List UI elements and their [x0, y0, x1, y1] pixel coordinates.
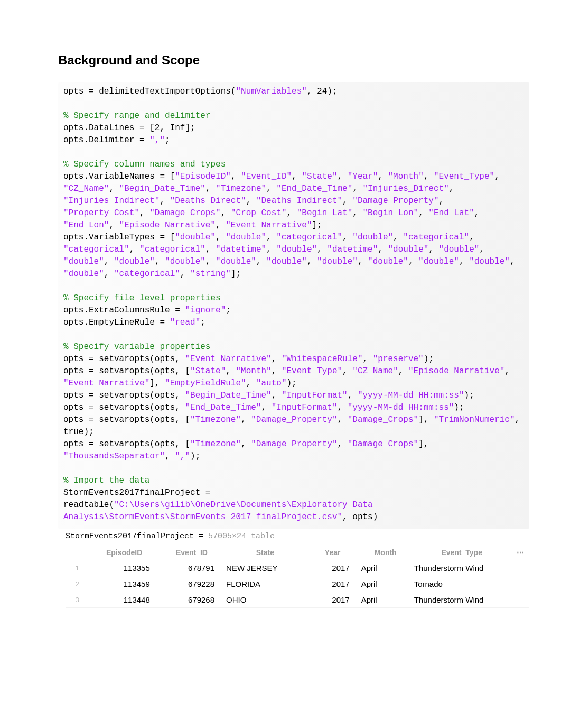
code-text: opts = setvaropts(opts,: [63, 391, 185, 400]
code-string: "Begin_Date_Time": [185, 391, 271, 400]
code-string: "Timezone": [216, 184, 266, 193]
cell-episodeid: 113355: [89, 560, 159, 576]
output-dimensions: 57005×24 table: [208, 532, 275, 541]
code-text: opts.DataLines = [2, Inf];: [63, 123, 195, 133]
code-string: "ThousandsSeparator": [63, 451, 165, 461]
code-text: ];: [312, 220, 322, 230]
code-comment: % Import the data: [63, 476, 149, 485]
output-block: StormEvents2017finalProject = 57005×24 t…: [58, 529, 529, 608]
code-text: opts = delimitedTextImportOptions(: [63, 87, 236, 96]
code-string: "EmptyFieldRule": [165, 379, 246, 388]
row-number: 3: [66, 592, 89, 608]
code-comment: % Specify file level properties: [63, 293, 221, 303]
code-string: ",": [149, 135, 165, 145]
cell-episodeid: 113448: [89, 592, 159, 608]
table-header-row: EpisodeID Event_ID State Year Month Even…: [66, 545, 529, 560]
code-string: "TrimNonNumeric": [434, 415, 515, 425]
code-string: "Damage_Property": [251, 415, 337, 425]
col-header: State: [224, 545, 306, 560]
cell-month: April: [359, 560, 412, 576]
code-string: "double": [352, 233, 393, 242]
cell-month: April: [359, 592, 412, 608]
code-string: "double": [368, 257, 408, 266]
code-text: opts.ExtraColumnsRule =: [63, 306, 185, 315]
code-string: "InputFormat": [272, 403, 338, 412]
code-text: opts = setvaropts(opts, [: [63, 439, 190, 449]
code-string: "WhitespaceRule": [282, 354, 363, 364]
code-string: "double": [418, 257, 459, 266]
code-string: "NumVariables": [236, 87, 306, 96]
output-table: EpisodeID Event_ID State Year Month Even…: [66, 545, 529, 608]
code-text: readtable(: [63, 500, 114, 510]
cell-month: April: [359, 576, 412, 592]
code-text: opts.EmptyLineRule =: [63, 318, 170, 327]
code-string: "Year": [348, 172, 378, 181]
col-header: EpisodeID: [89, 545, 159, 560]
code-string: "double": [63, 269, 104, 279]
cell-state: OHIO: [224, 592, 306, 608]
code-string: "Event_Type": [434, 172, 494, 181]
code-string: "State": [302, 172, 337, 181]
code-text: StormEvents2017finalProject =: [63, 488, 210, 497]
row-number: 1: [66, 560, 89, 576]
code-string: "Month": [388, 172, 424, 181]
code-string: "Injuries_Direct": [363, 184, 449, 193]
output-variable: StormEvents2017finalProject =: [66, 532, 208, 541]
cell-state: NEW JERSEY: [224, 560, 306, 576]
code-string: "End_Lon": [63, 220, 109, 230]
code-comment: % Specify variable properties: [63, 342, 210, 352]
code-string: "ignore": [185, 306, 226, 315]
code-string: "double": [276, 245, 317, 254]
code-string: "Damage_Property": [251, 439, 337, 449]
cell-state: FLORIDA: [224, 576, 306, 592]
code-string: "Event_Narrative": [185, 354, 271, 364]
code-comment: % Specify column names and types: [63, 160, 226, 169]
cell-eventtype: Tornado: [412, 576, 512, 592]
cell-episodeid: 113459: [89, 576, 159, 592]
col-header: Event_Type: [412, 545, 512, 560]
cell-eventid: 678791: [160, 560, 224, 576]
code-string: "End_Date_Time": [185, 403, 261, 412]
code-string: "string": [190, 269, 231, 279]
code-text: , 24);: [307, 87, 338, 96]
col-header: Year: [306, 545, 359, 560]
code-string: "preserve": [373, 354, 424, 364]
code-string: "EpisodeID": [175, 172, 231, 181]
code-string: "double": [469, 257, 510, 266]
code-string: "Injuries_Indirect": [63, 196, 160, 206]
code-string: "Event_Type": [282, 366, 342, 376]
code-string: "double": [317, 257, 358, 266]
code-text: opts = setvaropts(opts,: [63, 354, 185, 364]
code-string: "datetime": [327, 245, 378, 254]
code-string: "categorical": [139, 245, 205, 254]
code-string: "double": [226, 233, 266, 242]
section-heading: Background and Scope: [58, 53, 529, 68]
code-string: ",": [175, 451, 190, 461]
code-text: ;: [165, 135, 170, 145]
code-string: "End_Date_Time": [276, 184, 352, 193]
code-string: "CZ_Name": [63, 184, 109, 193]
cell-eventid: 679268: [160, 592, 224, 608]
code-string: "yyyy-MM-dd HH:mm:ss": [358, 391, 464, 400]
code-string: "double": [216, 257, 256, 266]
code-string: "Event_Narrative": [63, 379, 149, 388]
code-string: "double": [175, 233, 216, 242]
code-string: "categorical": [403, 233, 469, 242]
code-text: , opts): [342, 512, 378, 522]
code-string: "Begin_Lat": [297, 208, 353, 218]
code-string: "Deaths_Indirect": [256, 196, 342, 206]
code-string: "double": [165, 257, 205, 266]
code-string: "categorical": [63, 245, 129, 254]
code-string: "datetime": [216, 245, 266, 254]
row-number: 2: [66, 576, 89, 592]
code-string: "InputFormat": [282, 391, 348, 400]
code-string: "double": [63, 257, 104, 266]
code-string: "Event_ID": [241, 172, 292, 181]
table-row: 3113448679268OHIO2017AprilThunderstorm W…: [66, 592, 529, 608]
code-string: "categorical": [114, 269, 180, 279]
code-string: "double": [439, 245, 480, 254]
code-string: "Crop_Cost": [231, 208, 287, 218]
code-string: "State": [190, 366, 226, 376]
code-text: opts = setvaropts(opts, [: [63, 415, 190, 425]
code-string: "Damage_Property": [352, 196, 438, 206]
